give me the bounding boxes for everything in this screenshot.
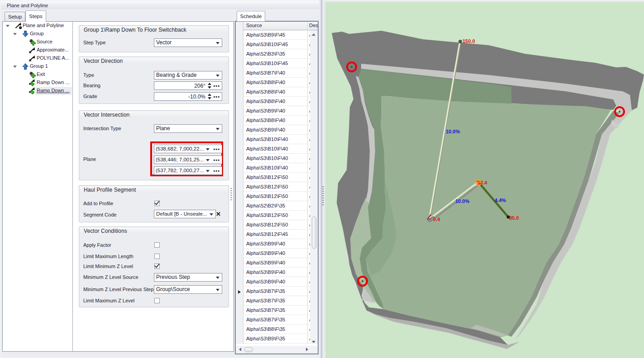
svg-text:4.4%: 4.4% — [495, 198, 506, 203]
svg-text:10.0%: 10.0% — [446, 129, 460, 134]
svg-text:13.4: 13.4 — [477, 180, 487, 185]
svg-text:150.0: 150.0 — [463, 38, 475, 44]
svg-text:10.0%: 10.0% — [455, 198, 469, 204]
svg-text:85.0: 85.0 — [509, 215, 519, 221]
svg-text:0.4: 0.4 — [433, 217, 440, 222]
